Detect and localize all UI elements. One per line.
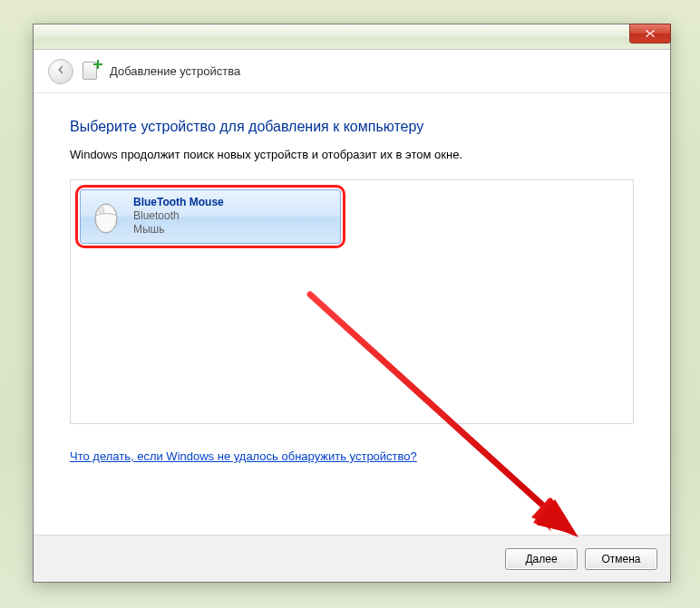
- next-button[interactable]: Далее: [505, 548, 578, 570]
- add-device-wizard-window: Добавление устройства Выберите устройств…: [33, 24, 671, 583]
- svg-marker-8: [531, 497, 573, 534]
- back-button[interactable]: [48, 59, 73, 84]
- svg-rect-1: [93, 63, 102, 65]
- header-title: Добавление устройства: [110, 64, 240, 78]
- device-name: BlueTooth Mouse: [133, 196, 224, 209]
- svg-marker-5: [540, 497, 573, 534]
- close-button[interactable]: [629, 24, 671, 43]
- mouse-icon: [88, 198, 124, 235]
- device-item-mouse[interactable]: BlueTooth Mouse Bluetooth Мышь: [80, 189, 341, 244]
- svg-marker-7: [536, 501, 573, 534]
- arrow-left-icon: [54, 63, 67, 80]
- page-subtext: Windows продолжит поиск новых устройств …: [70, 148, 634, 161]
- svg-marker-6: [533, 507, 573, 534]
- wizard-header: Добавление устройства: [34, 50, 670, 93]
- cancel-button[interactable]: Отмена: [585, 548, 657, 570]
- svg-marker-9: [537, 499, 578, 537]
- svg-point-4: [99, 207, 104, 214]
- device-list: BlueTooth Mouse Bluetooth Мышь: [70, 179, 634, 424]
- wizard-footer: Далее Отмена: [34, 535, 670, 582]
- page-heading: Выберите устройство для добавления к ком…: [70, 119, 634, 135]
- help-link[interactable]: Что делать, если Windows не удалось обна…: [70, 449, 417, 463]
- titlebar: [34, 24, 670, 50]
- content-area: Выберите устройство для добавления к ком…: [34, 93, 670, 478]
- device-text: BlueTooth Mouse Bluetooth Мышь: [133, 196, 224, 236]
- device-add-icon: [83, 62, 101, 82]
- close-icon: [645, 25, 656, 42]
- device-tech: Bluetooth: [133, 209, 224, 223]
- device-type: Мышь: [133, 223, 224, 236]
